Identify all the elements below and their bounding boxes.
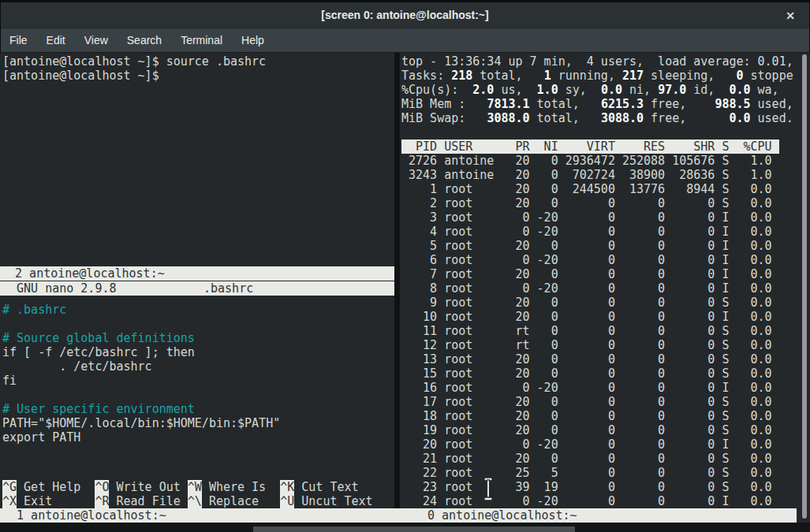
screen-caption-window2: 2 antoine@localhost:~	[0, 266, 394, 281]
nano-line: PATH="$HOME/.local/bin:$HOME/bin:$PATH"	[2, 416, 394, 430]
process-row: 18 root 20 0 0 0 0 S 0.0	[401, 409, 798, 423]
top-summary-line: %Cpu(s): 2.0 us, 1.0 sy, 0.0 ni, 97.0 id…	[401, 83, 798, 97]
nano-shortcut-label: Where Is	[202, 480, 280, 494]
nano-version-label: GNU nano 2.9.8	[2, 281, 117, 296]
nano-title-bar: GNU nano 2.9.8 .bashrc	[0, 281, 394, 296]
nano-shortcut-bar: ^G Get Help ^O Write Out ^W Where Is ^K …	[0, 480, 394, 508]
screen-caption-window1: 1 antoine@localhost:~	[2, 508, 166, 523]
nano-shortcut-label: Cut Text	[294, 480, 372, 494]
process-row: 17 root 20 0 0 0 0 S 0.0	[401, 395, 798, 409]
nano-line	[2, 317, 394, 331]
bash-line: [antoine@localhost ~]$ source .bashrc	[2, 54, 394, 69]
nano-shortcut-key: ^O	[95, 480, 109, 494]
process-row: 7 root 20 0 0 0 0 I 0.0	[401, 267, 798, 281]
title-bar: [screen 0: antoine@localhost:~] ✕	[1, 2, 809, 28]
nano-line	[2, 388, 394, 402]
process-row: 19 root 20 0 0 0 0 S 0.0	[401, 423, 798, 437]
nano-shortcut-label: Uncut Text	[294, 494, 372, 508]
process-row: 5 root 20 0 0 0 0 I 0.0	[401, 239, 798, 253]
bash-pane[interactable]: [antoine@localhost ~]$ source .bashrc[an…	[0, 53, 394, 266]
nano-shortcut-label: Read File	[109, 494, 187, 508]
close-icon[interactable]: ✕	[782, 8, 798, 24]
nano-shortcut-key: ^\	[188, 494, 202, 508]
scrollbar-thumb[interactable]	[802, 54, 807, 519]
screen-caption-bar: 1 antoine@localhost:~ 0 antoine@localhos…	[0, 508, 797, 523]
nano-line: . /etc/bashrc	[2, 359, 394, 374]
nano-shortcut-key: ^W	[188, 480, 202, 494]
nano-shortcut-key: ^U	[280, 494, 294, 508]
nano-shortcut-key: ^G	[2, 480, 17, 494]
bottom-edge-highlight	[253, 526, 575, 532]
process-row: 2 root 20 0 0 0 0 S 0.0	[401, 196, 798, 210]
menu-item-terminal[interactable]: Terminal	[174, 31, 230, 50]
top-summary: top - 13:36:34 up 7 min, 4 users, load a…	[401, 54, 798, 125]
top-summary-line: MiB Swap: 3088.0 total, 3088.0 free, 0.0…	[401, 111, 798, 125]
nano-shortcut-key: ^R	[95, 494, 109, 508]
window-title: [screen 0: antoine@localhost:~]	[321, 9, 488, 21]
top-summary-line: MiB Mem : 7813.1 total, 6215.3 free, 988…	[401, 97, 798, 111]
process-row: 8 root 0 -20 0 0 0 I 0.0	[401, 281, 798, 296]
nano-line: # .bashrc	[2, 303, 394, 317]
process-rows: 2726 antoine 20 0 2936472 252088 105676 …	[401, 154, 798, 508]
nano-shortcut-label: Get Help	[17, 480, 95, 494]
menu-item-edit[interactable]: Edit	[39, 31, 73, 50]
process-row: 10 root 20 0 0 0 0 I 0.0	[401, 310, 798, 324]
top-summary-line: top - 13:36:34 up 7 min, 4 users, load a…	[401, 54, 798, 69]
process-row: 9 root 20 0 0 0 0 S 0.0	[401, 296, 798, 310]
process-row: 6 root 0 -20 0 0 0 I 0.0	[401, 253, 798, 267]
process-row: 22 root 25 5 0 0 0 S 0.0	[401, 466, 798, 480]
process-row: 11 root rt 0 0 0 0 S 0.0	[401, 324, 798, 338]
bash-line: [antoine@localhost ~]$	[2, 69, 394, 83]
menu-item-search[interactable]: Search	[120, 31, 169, 50]
nano-shortcuts-row-1: ^G Get Help ^O Write Out ^W Where Is ^K …	[2, 480, 394, 494]
process-row: 20 root 0 -20 0 0 0 I 0.0	[401, 437, 798, 452]
terminal-viewport[interactable]: [antoine@localhost ~]$ source .bashrc[an…	[0, 53, 810, 532]
nano-shortcut-label: Replace	[202, 494, 280, 508]
process-row: 16 root 0 -20 0 0 0 I 0.0	[401, 381, 798, 395]
nano-line: # User specific environment	[2, 402, 394, 416]
process-row: 21 root 20 0 0 0 0 S 0.0	[401, 452, 798, 466]
process-row: 3 root 0 -20 0 0 0 I 0.0	[401, 210, 798, 225]
pane-divider	[394, 53, 400, 508]
nano-shortcut-label: Exit	[17, 494, 95, 508]
nano-line: fi	[2, 374, 394, 388]
menu-item-help[interactable]: Help	[234, 31, 271, 50]
process-row: 1 root 20 0 244500 13776 8944 S 0.0	[401, 182, 798, 196]
process-table-header: PID USER PR NI VIRT RES SHR S %CPU	[401, 140, 779, 154]
process-row: 13 root 20 0 0 0 0 S 0.0	[401, 352, 798, 366]
mouse-cursor-ibeam	[482, 477, 495, 501]
process-row: 23 root 39 19 0 0 0 S 0.0	[401, 480, 798, 494]
top-summary-line: Tasks: 218 total, 1 running, 217 sleepin…	[401, 69, 798, 83]
menu-item-file[interactable]: File	[2, 31, 35, 50]
process-row: 4 root 0 -20 0 0 0 I 0.0	[401, 225, 798, 239]
nano-filename: .bashrc	[203, 281, 253, 296]
process-row: 24 root 0 -20 0 0 0 I 0.0	[401, 494, 798, 508]
nano-shortcuts-row-2: ^X Exit ^R Read File ^\ Replace ^U Uncut…	[2, 494, 394, 508]
nano-shortcut-key: ^X	[2, 494, 17, 508]
nano-line: if [ -f /etc/bashrc ]; then	[2, 345, 394, 359]
process-row: 3243 antoine 20 0 702724 38900 28636 S 1…	[401, 168, 798, 182]
process-row: 15 root 20 0 0 0 0 S 0.0	[401, 366, 798, 381]
process-row: 12 root rt 0 0 0 0 S 0.0	[401, 338, 798, 352]
screen-caption-window0: 0 antoine@localhost:~	[427, 508, 577, 523]
nano-shortcut-key: ^K	[280, 480, 294, 494]
menu-item-view[interactable]: View	[77, 31, 115, 50]
nano-line: export PATH	[2, 430, 394, 445]
nano-line: # Source global definitions	[2, 331, 394, 345]
process-row: 2726 antoine 20 0 2936472 252088 105676 …	[401, 154, 798, 168]
menu-bar: FileEditViewSearchTerminalHelp	[1, 28, 809, 53]
nano-editor-pane[interactable]: # .bashrc # Source global definitionsif …	[0, 303, 394, 480]
nano-shortcut-label: Write Out	[109, 480, 187, 494]
